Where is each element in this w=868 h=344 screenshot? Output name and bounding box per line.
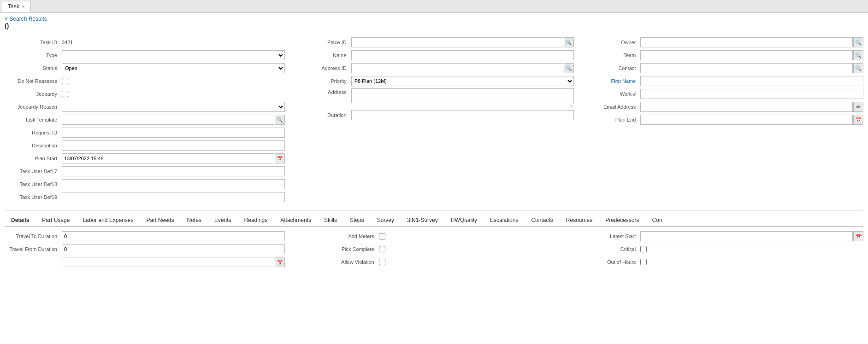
form-column-left: Task ID 3421 Type Status Open Do Not Rea… (5, 37, 285, 203)
main-content: < Search Results () Task ID 3421 Type St… (0, 13, 868, 344)
search-results-link[interactable]: < Search Results (5, 16, 47, 22)
name-row: Name (294, 50, 574, 61)
task-template-label: Task Template (5, 117, 60, 122)
latest-start-input[interactable] (640, 231, 853, 241)
priority-select[interactable]: P8 Plan (12M) (351, 76, 574, 86)
place-id-input[interactable] (351, 37, 564, 47)
team-search-btn[interactable]: 🔍 (853, 50, 863, 60)
place-id-input-group: 🔍 (351, 37, 574, 47)
contact-input[interactable] (640, 63, 853, 73)
status-select[interactable]: Open (62, 63, 285, 73)
bottom-tab-escalations[interactable]: Escalations (484, 214, 525, 227)
latest-start-cal-btn[interactable]: 📅 (853, 231, 863, 241)
bottom-tab-steps[interactable]: Steps (343, 214, 371, 227)
type-row: Type (5, 50, 285, 61)
work-hash-input[interactable] (640, 89, 863, 99)
details-col-right: Latest Start 📅 Critical Out of Hours (583, 231, 863, 268)
place-id-search-btn[interactable]: 🔍 (564, 37, 574, 47)
duration-input[interactable] (351, 110, 574, 120)
bottom-tab-predecessors[interactable]: Predecessors (599, 214, 645, 227)
travel-from-duration-input[interactable] (62, 244, 285, 254)
bottom-tab-contacts[interactable]: Contacts (525, 214, 559, 227)
task-template-search-btn[interactable]: 🔍 (275, 115, 285, 125)
place-id-row: Place ID 🔍 (294, 37, 574, 48)
extra-cal-btn[interactable]: 📅 (275, 257, 285, 267)
task-user-def17-input[interactable] (62, 166, 285, 176)
tab-bar: Task × (0, 0, 868, 13)
bottom-tab-hwquality[interactable]: HWQuality (444, 214, 484, 227)
allow-violation-row: Allow Violation (322, 257, 574, 268)
out-of-hours-row: Out of Hours (583, 257, 863, 268)
jeopardy-label: Jeopardy (5, 91, 60, 97)
jeopardy-checkbox[interactable] (62, 91, 68, 97)
status-label: Status (5, 65, 60, 71)
add-meters-checkbox[interactable] (379, 233, 385, 239)
critical-checkbox[interactable] (640, 246, 647, 252)
address-container: ↘ (351, 88, 574, 108)
address-id-input-group: 🔍 (351, 63, 574, 73)
plan-start-cal-btn[interactable]: 📅 (275, 153, 285, 163)
team-label: Team (583, 52, 638, 58)
jeopardy-reason-row: Jeopardy Reason (5, 101, 285, 112)
plan-end-input[interactable] (640, 115, 853, 125)
contact-row: Contact 🔍 (583, 63, 863, 74)
address-id-row: Address ID 🔍 (294, 63, 574, 74)
contact-input-group: 🔍 (640, 63, 863, 73)
out-of-hours-checkbox[interactable] (640, 259, 647, 265)
bottom-tab-attachments[interactable]: Attachments (274, 214, 318, 227)
address-textarea[interactable] (351, 88, 574, 103)
task-user-def18-input[interactable] (62, 179, 285, 189)
task-user-def18-row: Task User Def18 (5, 179, 285, 190)
bottom-tabs: DetailsPart UsageLabor and ExpensesPart … (5, 214, 863, 227)
owner-input[interactable] (640, 37, 853, 47)
bottom-tab-skills[interactable]: Skills (318, 214, 343, 227)
pick-complete-checkbox[interactable] (379, 246, 385, 252)
bottom-tab-details[interactable]: Details (5, 214, 35, 227)
jeopardy-reason-select[interactable] (62, 102, 285, 112)
contact-search-btn[interactable]: 🔍 (853, 63, 863, 73)
bottom-tab-survey[interactable]: Survey (371, 214, 401, 227)
address-id-input[interactable] (351, 63, 564, 73)
allow-violation-checkbox[interactable] (379, 259, 385, 265)
request-id-input[interactable] (62, 128, 285, 138)
bottom-tab-con[interactable]: Con (646, 214, 669, 227)
address-id-search-btn[interactable]: 🔍 (564, 63, 574, 73)
extra-input[interactable] (62, 257, 274, 267)
team-input[interactable] (640, 50, 853, 60)
description-input[interactable] (62, 140, 285, 151)
plan-start-input[interactable] (62, 153, 274, 163)
latest-start-label: Latest Start (583, 233, 638, 239)
bottom-tab-3in1-survey[interactable]: 3IN1-Survey (401, 214, 444, 227)
owner-search-btn[interactable]: 🔍 (853, 37, 863, 47)
place-id-label: Place ID (294, 40, 349, 45)
type-select[interactable] (62, 50, 285, 60)
plan-end-input-group: 📅 (640, 115, 863, 125)
priority-label: Priority (294, 78, 349, 84)
name-input[interactable] (351, 50, 574, 60)
bottom-tab-part-needs[interactable]: Part Needs (140, 214, 180, 227)
do-not-reassess-label: Do Not Reassess (5, 78, 60, 84)
bottom-tab-resources[interactable]: Resources (560, 214, 599, 227)
do-not-reassess-checkbox[interactable] (62, 78, 68, 84)
email-btn[interactable]: ✉ (853, 102, 863, 112)
address-id-label: Address ID (294, 65, 349, 71)
plan-end-cal-btn[interactable]: 📅 (853, 115, 863, 125)
bottom-tab-notes[interactable]: Notes (181, 214, 208, 227)
bottom-tab-labor-expenses[interactable]: Labor and Expenses (76, 214, 140, 227)
first-name-input[interactable] (640, 76, 863, 86)
email-address-label: Email Address (583, 104, 638, 110)
bottom-tab-part-usage[interactable]: Part Usage (35, 214, 76, 227)
bottom-tab-readings[interactable]: Readings (238, 214, 274, 227)
pick-complete-label: Pick Complete (322, 246, 377, 252)
task-user-def19-input[interactable] (62, 192, 285, 202)
task-id-label: Task ID (5, 40, 60, 45)
task-user-def17-label: Task User Def17 (5, 169, 60, 174)
task-template-input[interactable] (62, 115, 274, 125)
task-tab[interactable]: Task × (2, 1, 31, 12)
email-address-input[interactable] (640, 102, 853, 112)
bottom-tab-events[interactable]: Events (208, 214, 238, 227)
form-column-right: Owner 🔍 Team 🔍 Contact 🔍 (583, 37, 863, 203)
plan-start-row: Plan Start 📅 (5, 153, 285, 164)
tab-close-icon[interactable]: × (22, 4, 25, 9)
travel-to-duration-input[interactable] (62, 231, 285, 241)
